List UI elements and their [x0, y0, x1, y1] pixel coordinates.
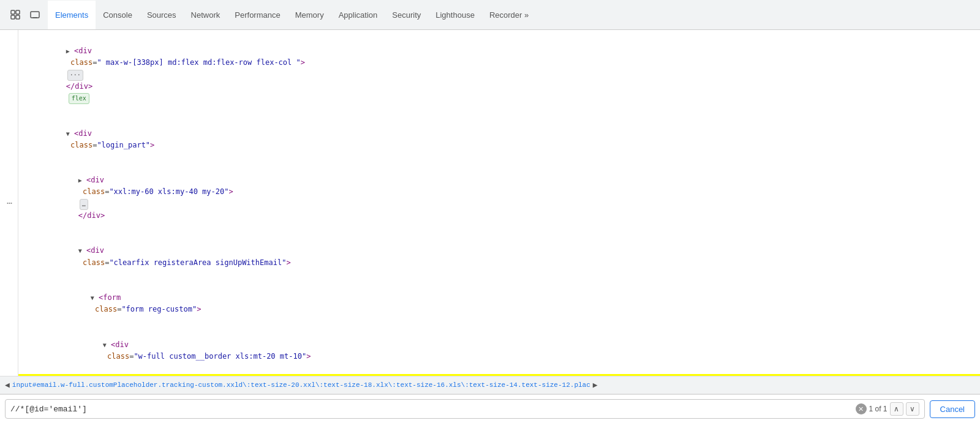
tab-console[interactable]: Console [96, 1, 140, 31]
ellipsis-badge[interactable]: ··· [67, 70, 83, 81]
ellipsis-indicator: ··· [6, 197, 12, 209]
ellipsis-badge[interactable]: … [80, 199, 88, 210]
tab-lighthouse[interactable]: Lighthouse [428, 1, 482, 31]
search-input[interactable] [10, 405, 856, 414]
tab-security[interactable]: Security [385, 1, 428, 31]
tab-memory[interactable]: Memory [288, 1, 331, 31]
cancel-button[interactable]: Cancel [930, 400, 975, 418]
flex-badge: flex [69, 93, 89, 104]
tab-elements[interactable]: Elements [48, 1, 96, 31]
clear-search-button[interactable]: ✕ [856, 403, 867, 414]
tree-row[interactable]: ▼ <div class="w-full custom__border xls:… [18, 328, 980, 375]
devtools-body: ··· ▶ <div class=" max-w-[338px] md:flex… [0, 30, 980, 376]
tab-recorder[interactable]: Recorder » [482, 1, 536, 31]
svg-rect-3 [16, 15, 20, 19]
devtools-tab-bar: Elements Console Sources Network Perform… [0, 0, 980, 30]
devtools-icon-group [2, 7, 48, 23]
tree-row[interactable]: ▶ <div class=" max-w-[338px] md:flex md:… [18, 34, 980, 116]
tree-row[interactable]: ▼ <form class="form reg-custom"> [18, 280, 980, 328]
side-indicator: ··· [0, 30, 18, 376]
svg-rect-2 [16, 10, 20, 14]
svg-rect-4 [31, 12, 39, 18]
dom-tree[interactable]: ▶ <div class=" max-w-[338px] md:flex md:… [18, 30, 980, 376]
search-prev-button[interactable]: ∧ [890, 402, 903, 416]
tab-network[interactable]: Network [184, 1, 228, 31]
device-toolbar-icon[interactable] [27, 7, 43, 23]
svg-rect-0 [11, 10, 15, 14]
tab-sources[interactable]: Sources [140, 1, 184, 31]
status-nav-right[interactable]: ▶ [593, 380, 598, 390]
inspect-element-icon[interactable] [7, 7, 23, 23]
svg-rect-1 [11, 15, 15, 19]
tab-performance[interactable]: Performance [227, 1, 287, 31]
tab-application[interactable]: Application [331, 1, 385, 31]
search-input-wrap: ✕ 1 of 1 ∧ ∨ [5, 399, 925, 419]
tree-row-highlighted[interactable]: <input class="w-full customPlaceholder t… [18, 374, 980, 376]
tree-row[interactable]: ▼ <div class="login_part"> [18, 116, 980, 163]
search-bar: ✕ 1 of 1 ∧ ∨ Cancel [0, 394, 980, 423]
svg-rect-5 [32, 17, 37, 18]
status-nav-left[interactable]: ◀ [5, 380, 10, 390]
status-bar: ◀ input#email.w-full.customPlaceholder.t… [0, 376, 980, 394]
tree-row[interactable]: ▶ <div class="xxl:my-60 xls:my-40 my-20"… [18, 163, 980, 233]
search-count: 1 of 1 [869, 405, 888, 413]
search-next-button[interactable]: ∨ [906, 402, 919, 416]
tree-row[interactable]: ▼ <div class="clearfix registeraArea sig… [18, 233, 980, 280]
breadcrumb-text: input#email.w-full.customPlaceholder.tra… [12, 381, 590, 389]
